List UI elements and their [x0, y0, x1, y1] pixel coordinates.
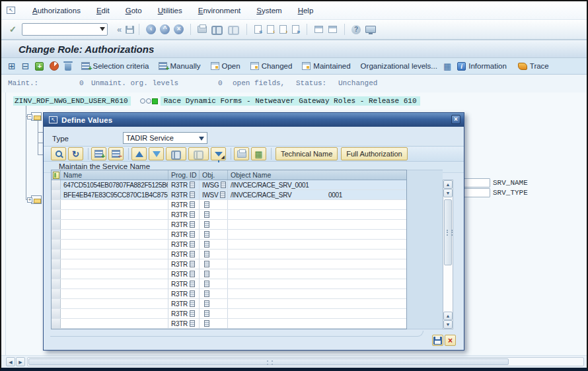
cell-obj[interactable] — [200, 240, 228, 249]
command-field[interactable] — [22, 23, 108, 36]
cell-object-name[interactable]: /INVCEC/RACE_SRV_0001 — [228, 180, 406, 189]
cell-obj[interactable] — [200, 220, 228, 229]
cell-name[interactable] — [61, 319, 168, 328]
cell-name[interactable] — [61, 200, 168, 209]
menu-environment[interactable]: Environment — [198, 7, 241, 15]
select-all-cell[interactable] — [52, 170, 61, 180]
value-help-icon[interactable] — [204, 290, 209, 297]
column-header-name[interactable]: Name — [61, 170, 168, 180]
value-help-icon[interactable] — [190, 271, 195, 277]
cell-prog-id[interactable]: R3TR — [168, 289, 200, 298]
value-help-icon[interactable] — [190, 300, 195, 307]
print-icon[interactable] — [198, 26, 207, 33]
full-authorization-button[interactable]: Full Authorization — [341, 147, 407, 160]
cell-name[interactable]: BFE4EB47E83C95CC870C1B4C8756FF — [61, 190, 168, 199]
cell-prog-id[interactable]: R3TR — [168, 190, 200, 199]
srv-name-field[interactable] — [463, 178, 490, 187]
tree-node-collapsed[interactable]: + — [31, 195, 42, 204]
cell-name[interactable] — [61, 279, 168, 288]
column-header-obj[interactable]: Obj. — [200, 170, 228, 180]
cell-obj[interactable]: IWSG — [200, 180, 228, 189]
scrollbar-track[interactable] — [27, 357, 584, 366]
new-session-icon[interactable] — [314, 26, 323, 33]
cell-prog-id[interactable]: R3TR — [168, 259, 200, 269]
cell-obj[interactable] — [200, 299, 228, 308]
cell-name[interactable] — [61, 250, 168, 259]
find-next-button[interactable] — [188, 147, 209, 160]
cell-object-name[interactable] — [228, 319, 406, 328]
cell-prog-id[interactable]: R3TR — [168, 279, 200, 288]
gui-settings-icon[interactable] — [365, 26, 376, 33]
expand-all-button[interactable] — [8, 61, 16, 71]
scroll-down-icon[interactable]: ▼ — [443, 320, 453, 329]
scroll-up-icon[interactable]: ▲ — [443, 180, 453, 189]
dialog-title-bar[interactable]: Define Values — [44, 113, 464, 127]
menu-goto[interactable]: Goto — [126, 7, 142, 15]
print-button[interactable] — [234, 147, 249, 160]
cell-prog-id[interactable]: R3TR — [168, 299, 200, 308]
cell-object-name[interactable] — [228, 309, 406, 318]
value-help-icon[interactable] — [190, 261, 195, 267]
row-selector[interactable] — [52, 319, 61, 328]
cell-prog-id[interactable]: R3TR — [168, 220, 200, 229]
technical-name-button[interactable]: Technical Name — [276, 147, 338, 160]
row-selector[interactable] — [52, 180, 61, 189]
scroll-left-icon[interactable]: ◀ — [6, 357, 15, 366]
row-selector[interactable] — [52, 200, 61, 209]
cell-prog-id[interactable]: R3TR — [168, 180, 200, 189]
menu-utilities[interactable]: Utilities — [158, 7, 182, 15]
cell-obj[interactable] — [200, 309, 228, 318]
cell-name[interactable] — [61, 309, 168, 318]
cell-name[interactable] — [61, 220, 168, 229]
row-selector[interactable] — [52, 289, 61, 298]
value-help-icon[interactable] — [204, 251, 209, 257]
maintained-button[interactable]: Maintained — [302, 62, 350, 70]
menu-authorizations[interactable]: Authorizations — [32, 7, 81, 15]
find-button[interactable] — [166, 147, 186, 160]
value-help-icon[interactable] — [221, 182, 226, 188]
value-help-icon[interactable] — [204, 310, 209, 317]
first-page-icon[interactable] — [254, 25, 262, 34]
row-selector[interactable] — [52, 230, 61, 239]
scroll-right-icon[interactable]: ▶ — [16, 357, 25, 366]
row-selector[interactable] — [52, 279, 61, 288]
type-dropdown[interactable]: TADIR Service — [123, 132, 207, 144]
changed-button[interactable]: Changed — [250, 62, 293, 70]
value-help-icon[interactable] — [220, 191, 225, 198]
previous-page-icon[interactable] — [267, 25, 274, 34]
collapse-node-icon[interactable]: − — [27, 114, 32, 119]
horizontal-scrollbar[interactable]: ◀ ▶ — [1, 355, 587, 368]
row-selector[interactable] — [52, 210, 61, 219]
cell-prog-id[interactable]: R3TR — [168, 230, 200, 239]
scrollbar-thumb[interactable] — [444, 199, 452, 265]
cell-object-name[interactable]: /INVCEC/RACE_SRV0001 — [228, 190, 406, 199]
cell-name[interactable] — [61, 259, 168, 269]
save-icon[interactable] — [126, 26, 134, 34]
last-page-icon[interactable] — [292, 25, 299, 34]
menu-help[interactable]: Help — [298, 7, 314, 15]
find-icon[interactable] — [211, 26, 223, 33]
open-button[interactable]: Open — [211, 62, 240, 70]
cell-prog-id[interactable]: R3TR — [168, 250, 200, 259]
refresh-button[interactable] — [68, 147, 83, 160]
value-help-icon[interactable] — [204, 271, 209, 277]
cell-object-name[interactable] — [228, 200, 406, 209]
row-selector[interactable] — [52, 309, 61, 318]
cell-object-name[interactable] — [228, 240, 406, 249]
cell-object-name[interactable] — [228, 250, 406, 259]
cell-object-name[interactable] — [228, 230, 406, 239]
srv-type-field[interactable] — [463, 188, 490, 197]
dropdown-icon[interactable] — [100, 27, 105, 31]
selection-criteria-button[interactable]: Selection criteria — [81, 62, 149, 70]
filter-button[interactable]: ◢ — [211, 147, 226, 160]
value-help-icon[interactable] — [204, 261, 209, 267]
value-help-icon[interactable] — [204, 211, 209, 218]
sort-ascending-button[interactable] — [131, 147, 147, 160]
cell-object-name[interactable] — [228, 299, 406, 308]
overview-list-button[interactable] — [443, 62, 451, 71]
cell-obj[interactable] — [200, 289, 228, 298]
cell-obj[interactable] — [200, 259, 228, 269]
cell-object-name[interactable] — [228, 259, 406, 269]
dialog-save-button[interactable] — [432, 335, 443, 346]
insert-row-button[interactable] — [91, 147, 106, 160]
